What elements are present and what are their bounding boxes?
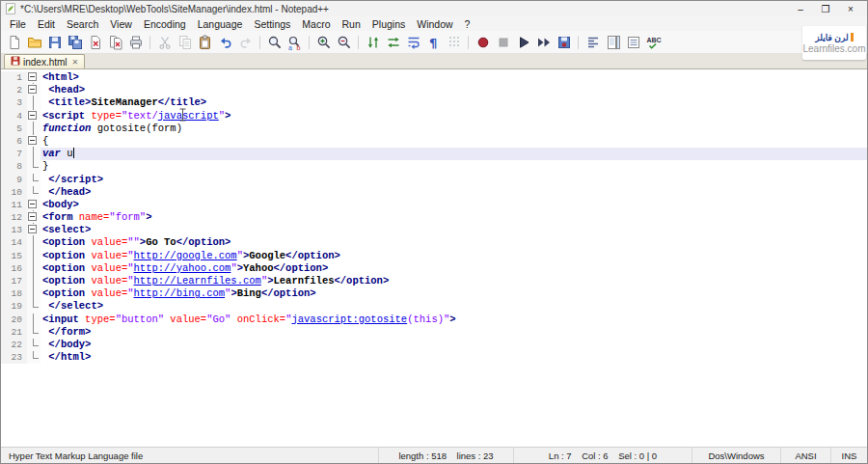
fold-toggle-icon[interactable] [27, 224, 41, 236]
code-text[interactable]: </form> [41, 326, 867, 339]
code-text[interactable]: <title>SiteManager</title> [41, 96, 867, 109]
code-text[interactable]: <head> [41, 84, 867, 96]
code-text[interactable]: <body> [41, 199, 867, 211]
minimize-button[interactable]: – [788, 2, 813, 16]
code-text[interactable]: <option value="http://google.com">Google… [41, 250, 867, 262]
save-all-button[interactable] [66, 33, 84, 51]
redo-button[interactable] [236, 33, 255, 51]
close-file-button[interactable] [86, 33, 104, 51]
code-text[interactable]: <option value="">Go To</option> [41, 236, 867, 249]
status-eol-format[interactable]: Dos\Windows [692, 448, 780, 463]
code-line-12[interactable]: 12<form name="form"> [1, 211, 867, 224]
menu-item-macro[interactable]: Macro [296, 17, 336, 31]
code-text[interactable]: </select> [41, 300, 867, 313]
code-text[interactable]: <select> [41, 224, 867, 236]
start-recording-macro-button[interactable] [474, 33, 492, 51]
zoom-out-button[interactable] [335, 33, 353, 51]
menu-item-help[interactable]: ? [459, 17, 476, 31]
menu-item-window[interactable]: Window [411, 17, 458, 31]
code-line-21[interactable]: 21 </form> [1, 326, 867, 339]
title-bar[interactable]: *C:\Users\MRE\Desktop\WebTools\SiteManag… [1, 1, 867, 16]
code-line-2[interactable]: 2 <head> [1, 84, 867, 96]
save-file-button[interactable] [45, 33, 64, 51]
new-file-button[interactable] [5, 33, 23, 51]
code-line-5[interactable]: 5function gotosite(form) [1, 123, 867, 135]
code-text[interactable]: </body> [41, 339, 867, 351]
word-wrap-button[interactable] [404, 33, 422, 51]
code-line-23[interactable]: 23 </html> [1, 351, 867, 364]
paste-button[interactable] [196, 33, 214, 51]
menu-item-language[interactable]: Language [192, 17, 249, 31]
code-text[interactable]: <input type="button" value="Go" onClick=… [41, 314, 867, 326]
code-line-17[interactable]: 17<option value="http://Learnfiles.com">… [1, 275, 867, 287]
code-line-11[interactable]: 11<body> [1, 199, 867, 211]
open-file-button[interactable] [25, 33, 43, 51]
code-text[interactable]: <script type="text/javascript"> [41, 110, 867, 123]
tab-index-html[interactable]: index.html ✕ [4, 54, 85, 68]
code-line-8[interactable]: 8} [1, 160, 867, 173]
code-text[interactable]: <html> [41, 71, 867, 84]
code-line-4[interactable]: 4<script type="text/javascript"> [1, 110, 867, 123]
status-encoding[interactable]: ANSI [780, 448, 830, 463]
find-button[interactable] [265, 33, 284, 51]
fold-toggle-icon[interactable] [27, 135, 41, 148]
code-editor[interactable]: 1<html>2 <head>3 <title>SiteManager</tit… [1, 69, 867, 447]
code-text[interactable]: <form name="form"> [41, 211, 867, 224]
tab-close-icon[interactable]: ✕ [72, 58, 79, 67]
code-line-13[interactable]: 13<select> [1, 224, 867, 236]
status-insert-mode[interactable]: INS [830, 448, 867, 463]
menu-item-run[interactable]: Run [337, 17, 366, 31]
code-text[interactable]: var u [41, 148, 867, 160]
close-button[interactable]: × [838, 2, 863, 16]
code-text[interactable]: <option value="http://Learnfiles.com">Le… [41, 275, 867, 287]
code-text[interactable]: function gotosite(form) [41, 123, 867, 135]
fold-toggle-icon[interactable] [27, 84, 41, 96]
cut-button[interactable] [155, 33, 174, 51]
playback-macro-button[interactable] [514, 33, 532, 51]
restore-button[interactable]: ❐ [813, 2, 838, 16]
show-all-characters-button[interactable]: ¶ [424, 33, 443, 51]
menu-item-edit[interactable]: Edit [32, 17, 61, 31]
document-switcher-button[interactable] [624, 33, 642, 51]
menu-item-encoding[interactable]: Encoding [138, 17, 192, 31]
print-button[interactable] [126, 33, 145, 51]
fold-toggle-icon[interactable] [27, 199, 41, 211]
copy-button[interactable] [176, 33, 194, 51]
code-text[interactable]: </head> [41, 186, 867, 199]
code-line-19[interactable]: 19 </select> [1, 300, 867, 313]
sync-horizontal-scrolling-button[interactable] [384, 33, 402, 51]
function-list-button[interactable] [583, 33, 602, 51]
code-text[interactable]: } [41, 160, 867, 173]
code-line-18[interactable]: 18<option value="http://bing.com">Bing</… [1, 287, 867, 300]
menu-item-settings[interactable]: Settings [248, 17, 296, 31]
code-line-7[interactable]: 7var u [1, 148, 867, 160]
run-macro-multiple-times-button[interactable] [534, 33, 553, 51]
code-text[interactable]: <option value="http://bing.com">Bing</op… [41, 287, 867, 300]
fold-toggle-icon[interactable] [27, 110, 41, 123]
menu-item-view[interactable]: View [104, 17, 138, 31]
stop-recording-macro-button[interactable] [494, 33, 512, 51]
code-text[interactable]: </script> [41, 174, 867, 186]
code-line-22[interactable]: 22 </body> [1, 339, 867, 351]
menu-item-file[interactable]: File [4, 17, 32, 31]
menu-item-search[interactable]: Search [61, 17, 104, 31]
replace-button[interactable]: ba [285, 33, 304, 51]
menu-item-plugins[interactable]: Plugins [366, 17, 411, 31]
document-map-button[interactable] [604, 33, 622, 51]
spell-check-button[interactable]: ABC [644, 33, 663, 51]
code-line-9[interactable]: 9 </script> [1, 174, 867, 186]
code-line-15[interactable]: 15<option value="http://google.com">Goog… [1, 250, 867, 262]
fold-toggle-icon[interactable] [27, 71, 41, 84]
close-all-button[interactable] [106, 33, 124, 51]
code-line-6[interactable]: 6{ [1, 135, 867, 148]
fold-toggle-icon[interactable] [27, 211, 41, 224]
code-text[interactable]: </html> [41, 351, 867, 364]
code-line-14[interactable]: 14<option value="">Go To</option> [1, 236, 867, 249]
sync-vertical-scrolling-button[interactable] [364, 33, 382, 51]
code-text[interactable]: { [41, 135, 867, 148]
zoom-in-button[interactable] [314, 33, 333, 51]
code-line-10[interactable]: 10 </head> [1, 186, 867, 199]
undo-button[interactable] [216, 33, 234, 51]
show-indent-guide-button[interactable] [445, 33, 463, 51]
code-text[interactable]: <option value="http://yahoo.com">Yahoo</… [41, 262, 867, 275]
